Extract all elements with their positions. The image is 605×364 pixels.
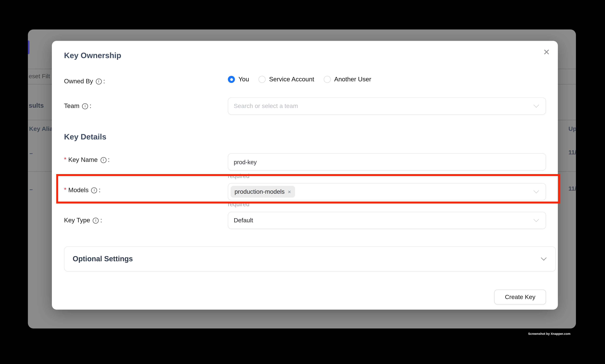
results-count-fragment: sults [29,102,44,109]
label-colon: : [100,217,102,224]
team-label: Teami: [64,103,91,110]
key-type-select[interactable]: Default [228,212,546,229]
chevron-down-icon [534,103,539,107]
key-details-heading: Key Details [64,132,106,141]
table-row-updated-date: 11/ [568,185,576,192]
radio-option-another-user[interactable]: Another User [324,76,371,83]
label-colon: : [90,103,91,110]
tag-remove-icon[interactable]: × [288,189,291,195]
key-type-value: Default [234,217,253,224]
screenshot-stage: eset Filt sults Key Alia Up – 11/ – 11/ … [0,0,605,364]
team-select-placeholder: Search or select a team [234,103,298,110]
chevron-down-icon [534,217,539,222]
radio-option-you[interactable]: You [228,76,249,83]
optional-settings-collapse[interactable]: Optional Settings [64,246,556,271]
key-name-label: *Key Namei: [64,156,110,163]
column-header-key-alias-fragment: Key Alia [29,125,53,132]
create-key-modal: ✕ Key Ownership Owned Byi: You Service A… [52,41,558,310]
label-colon: : [108,156,110,163]
owned-by-label: Owned Byi: [64,78,105,85]
label-colon: : [99,187,101,194]
create-key-button[interactable]: Create Key [494,290,546,304]
models-label: *Modelsi: [64,187,101,194]
info-icon[interactable]: i [93,218,99,223]
chevron-down-icon [534,189,539,193]
key-type-label: Key Typei: [64,217,102,224]
chevron-down-icon [542,256,546,260]
info-icon[interactable]: i [82,103,88,109]
key-name-value: prod-key [234,159,257,165]
required-asterisk: * [64,186,66,193]
table-row-alias-dash: – [29,186,33,193]
radio-unselected-icon[interactable] [258,76,266,83]
label-colon: : [103,78,105,85]
radio-option-service-account[interactable]: Service Account [258,76,314,83]
key-name-required-error: required [228,172,249,179]
column-header-updated-fragment: Up [568,125,576,132]
watermark-text: Screenshot by Xnapper.com [528,332,570,336]
info-icon[interactable]: i [96,78,102,84]
optional-settings-label: Optional Settings [73,255,133,263]
models-selected-tag: production-models × [231,186,295,198]
table-row-alias-dash: – [29,150,33,156]
models-required-error: required [228,201,249,207]
clipped-primary-button-edge [28,40,29,54]
radio-selected-icon[interactable] [228,76,235,83]
reset-filters-button-fragment[interactable]: eset Filt [29,73,50,80]
close-icon[interactable]: ✕ [543,48,550,56]
info-icon[interactable]: i [100,157,106,163]
required-asterisk: * [64,156,66,162]
models-tag-text: production-models [234,188,285,195]
key-ownership-heading: Key Ownership [64,51,121,60]
models-select[interactable]: production-models × [228,183,546,200]
radio-unselected-icon[interactable] [324,76,331,83]
table-row-updated-date: 11/ [568,149,576,156]
info-icon[interactable]: i [91,187,97,193]
key-name-input[interactable]: prod-key [228,153,546,170]
team-select[interactable]: Search or select a team [228,97,546,115]
owned-by-radio-group: You Service Account Another User [228,76,371,83]
